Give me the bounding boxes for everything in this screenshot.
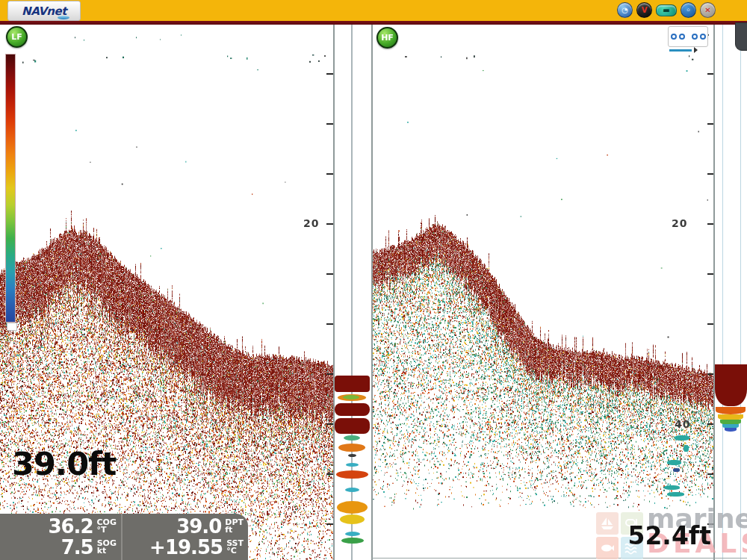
- echo-blob: [345, 488, 359, 492]
- toolbar-icons: ◔V▬◦✕: [617, 2, 716, 18]
- echo-blob: [343, 395, 359, 399]
- nav-data-box[interactable]: 36.2 COG °T 7.5 SOG kt 39.0 DPT ft: [0, 514, 248, 560]
- echo-blob: [336, 470, 368, 479]
- a-scope-center-line: [351, 25, 353, 560]
- power-icon[interactable]: ✕: [700, 2, 716, 18]
- cog-readout: 36.2 COG °T: [0, 517, 121, 537]
- range-ruler-arrow-icon: [694, 47, 698, 53]
- hf-frequency-badge[interactable]: HF: [376, 27, 398, 49]
- echo-blob: [340, 514, 365, 524]
- echo-blob: [664, 485, 680, 490]
- hf-echogram-panel[interactable]: [372, 25, 714, 560]
- navnet-logo: NAVnet: [7, 1, 81, 21]
- echo-blob: [338, 444, 365, 452]
- hf-panel-right-border: [713, 25, 715, 560]
- panel-controls-box[interactable]: [668, 26, 708, 47]
- echo-blob: [675, 435, 689, 441]
- sailboat-icon: [596, 512, 619, 535]
- dpt-readout: 39.0 DPT ft: [123, 517, 248, 537]
- globe-icon[interactable]: ◔: [617, 2, 633, 18]
- colorbar-end-marker: [7, 323, 17, 331]
- echo-blob: [335, 418, 370, 434]
- echo-blob: [716, 407, 746, 414]
- hidden-menu-tab[interactable]: [735, 22, 747, 51]
- echo-strength-colorbar: [5, 54, 16, 323]
- sog-readout: 7.5 SOG kt: [0, 538, 121, 558]
- sst-value: +19.55: [149, 536, 223, 559]
- hf-badge-label: HF: [381, 33, 394, 43]
- network-icon[interactable]: ◦: [681, 2, 696, 18]
- echo-blob: [345, 532, 360, 536]
- warning-icon[interactable]: V: [636, 2, 652, 18]
- control-dot-icon: [692, 34, 698, 40]
- lf-badge-label: LF: [11, 32, 22, 42]
- hf-depth-scale-40: 40: [675, 418, 690, 430]
- vessel-icon[interactable]: ▬: [656, 4, 677, 16]
- lf-frequency-badge[interactable]: LF: [6, 26, 28, 48]
- a-scope-right-line-2: [740, 25, 741, 560]
- dpt-unit: ft: [225, 526, 232, 534]
- echo-blob: [667, 492, 684, 497]
- fish-icon: [596, 537, 619, 559]
- nav-data-col-1: 36.2 COG °T 7.5 SOG kt: [0, 514, 123, 560]
- sog-unit: kt: [97, 547, 107, 555]
- nav-data-col-2: 39.0 DPT ft +19.55 SST °C: [123, 514, 248, 560]
- hf-depth-scale-20: 20: [672, 217, 687, 229]
- echo-blob: [335, 403, 370, 416]
- sst-readout: +19.55 SST °C: [123, 538, 248, 558]
- echo-blob: [667, 460, 681, 465]
- control-dot-icon: [700, 34, 706, 40]
- hf-depth-readout: 52.4ft: [619, 521, 711, 550]
- echo-blob: [341, 538, 364, 544]
- control-dot-icon: [679, 34, 685, 40]
- echo-blob: [684, 445, 689, 452]
- echo-blob: [344, 435, 360, 441]
- echo-blob: [673, 468, 680, 472]
- cog-unit: °T: [97, 526, 107, 534]
- control-dot-icon: [671, 34, 677, 40]
- echo-blob: [335, 376, 370, 392]
- echo-blob: [348, 454, 356, 457]
- echo-blob: [337, 501, 368, 514]
- range-ruler-icon: [669, 49, 692, 52]
- echo-blob: [715, 364, 747, 406]
- lf-panel-right-border: [333, 25, 335, 560]
- top-bar: NAVnet ◔V▬◦✕: [0, 0, 747, 21]
- logo-swoosh-icon: [58, 16, 69, 19]
- cog-value: 36.2: [48, 515, 93, 538]
- lf-depth-readout: 39.0ft: [12, 445, 116, 482]
- fishfinder-screen: NAVnet ◔V▬◦✕ LF HF 20 20 40 39.0ft 52.4f…: [0, 0, 747, 560]
- lf-depth-scale-20: 20: [303, 217, 319, 229]
- echo-blob: [346, 463, 359, 467]
- sst-unit: °C: [226, 547, 237, 555]
- a-scope-right-line-1: [722, 25, 723, 560]
- dpt-value: 39.0: [176, 515, 221, 538]
- echo-blob: [725, 428, 737, 432]
- sog-value: 7.5: [61, 536, 93, 559]
- hf-panel-left-border: [371, 25, 373, 560]
